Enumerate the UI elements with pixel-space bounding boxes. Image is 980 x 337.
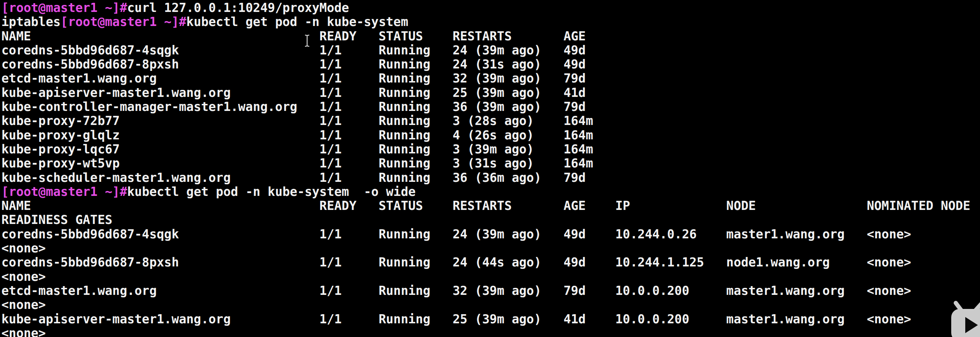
terminal-text-segment: <none> (867, 312, 911, 326)
terminal-text-segment: 36 (36m ago) (452, 171, 563, 184)
terminal-text-segment: Running (379, 312, 453, 326)
terminal-text-segment: 79d (563, 71, 585, 85)
terminal-text-segment: Running (379, 171, 453, 184)
terminal-text-segment: 1/1 (320, 156, 379, 170)
terminal-text-segment: READY (320, 199, 379, 213)
terminal-text-segment: 1/1 (320, 71, 379, 85)
terminal-text-segment: master1.wang.org (726, 284, 867, 298)
terminal-text-segment: Running (379, 227, 453, 241)
terminal-line: etcd-master1.wang.org 1/1 Running 32 (39… (2, 71, 980, 85)
terminal-text-segment: 4 (26s ago) (452, 128, 563, 142)
terminal-text-segment: kubectl get pod -n kube-system (186, 15, 408, 29)
terminal-text-segment: READY (320, 29, 379, 43)
terminal-text-segment: 1/1 (320, 86, 379, 100)
terminal-text-segment: 49d (563, 255, 615, 269)
terminal-text-segment: kube-apiserver-master1.wang.org (2, 86, 320, 100)
terminal-text-segment: 1/1 (320, 114, 379, 128)
terminal-text-segment: Running (379, 100, 453, 114)
terminal-text-segment: <none> (867, 284, 911, 298)
terminal-text-segment: kube-apiserver-master1.wang.org (2, 312, 320, 326)
terminal-screen[interactable]: [root@master1 ~]#curl 127.0.0.1:10249/pr… (0, 0, 980, 337)
terminal-text-segment: 10.244.0.26 (615, 227, 726, 241)
terminal-text-segment: NAME (2, 29, 320, 43)
terminal-text-segment: AGE (563, 29, 585, 43)
terminal-text-segment: kube-proxy-72b77 (2, 114, 320, 128)
terminal-text-segment: READINESS GATES (2, 213, 112, 227)
console-screen: { "terminal": { "colors": { "background"… (0, 0, 980, 337)
terminal-text-segment: etcd-master1.wang.org (2, 284, 320, 298)
terminal-text-segment: etcd-master1.wang.org (2, 71, 320, 85)
terminal-line: coredns-5bbd96d687-4sqgk 1/1 Running 24 … (2, 227, 980, 241)
terminal-text-segment: RESTARTS (452, 29, 563, 43)
terminal-text-segment: kube-scheduler-master1.wang.org (2, 171, 320, 184)
terminal-line: NAME READY STATUS RESTARTS AGE (2, 29, 980, 43)
terminal-text-segment: 41d (563, 312, 615, 326)
terminal-text-segment: NODE (726, 199, 867, 213)
terminal-text-segment: <none> (867, 255, 911, 269)
terminal-line: kube-apiserver-master1.wang.org 1/1 Runn… (2, 312, 980, 326)
terminal-text-segment: 1/1 (320, 100, 379, 114)
terminal-text-segment: kube-controller-manager-master1.wang.org (2, 100, 320, 114)
terminal-text-segment: master1.wang.org (726, 312, 867, 326)
terminal-line: kube-controller-manager-master1.wang.org… (2, 100, 980, 114)
terminal-text-segment: kube-proxy-lqc67 (2, 142, 320, 156)
terminal-text-segment: coredns-5bbd96d687-4sqgk (2, 43, 320, 57)
terminal-text-segment: 1/1 (320, 227, 379, 241)
terminal-text-segment: coredns-5bbd96d687-8pxsh (2, 255, 320, 269)
terminal-text-segment: 1/1 (320, 142, 379, 156)
terminal-text-segment: kubectl get pod -n kube-system -o wide (127, 184, 415, 199)
shell-prompt: [root@master1 ~]# (2, 1, 127, 15)
terminal-text-segment: 79d (563, 284, 615, 298)
terminal-line: kube-proxy-wt5vp 1/1 Running 3 (31s ago)… (2, 156, 980, 170)
terminal-text-segment: Running (379, 71, 453, 85)
terminal-line: <none> (2, 326, 980, 337)
terminal-text-segment: <none> (867, 227, 911, 241)
terminal-line: [root@master1 ~]#kubectl get pod -n kube… (2, 184, 980, 199)
terminal-text-segment: 41d (563, 86, 585, 100)
shell-prompt: [root@master1 ~]# (2, 184, 127, 199)
terminal-text-segment: iptables (2, 15, 61, 29)
terminal-text-segment: 164m (563, 114, 593, 128)
terminal-text-segment: 24 (39m ago) (452, 43, 563, 57)
terminal-text-segment: 24 (31s ago) (452, 57, 563, 71)
terminal-text-segment: 10.0.0.200 (615, 284, 726, 298)
terminal-text-segment: 164m (563, 142, 593, 156)
terminal-line: coredns-5bbd96d687-4sqgk 1/1 Running 24 … (2, 43, 980, 57)
terminal-text-segment: 32 (39m ago) (452, 71, 563, 85)
terminal-text-segment: Running (379, 284, 453, 298)
terminal-text-segment: 1/1 (320, 312, 379, 326)
terminal-text-segment: 10.0.0.200 (615, 312, 726, 326)
terminal-text-segment: 164m (563, 156, 593, 170)
terminal-line: kube-proxy-glqlz 1/1 Running 4 (26s ago)… (2, 128, 980, 142)
terminal-text-segment: 79d (563, 171, 585, 184)
terminal-text-segment: 1/1 (320, 43, 379, 57)
terminal-text-segment: 36 (39m ago) (452, 100, 563, 114)
terminal-line: <none> (2, 298, 980, 312)
terminal-line: kube-proxy-lqc67 1/1 Running 3 (39m ago)… (2, 142, 980, 156)
terminal-text-segment: Running (379, 128, 453, 142)
terminal-text-segment: coredns-5bbd96d687-8pxsh (2, 57, 320, 71)
terminal-text-segment: node1.wang.org (726, 255, 867, 269)
terminal-text-segment: 164m (563, 128, 593, 142)
terminal-text-segment: 1/1 (320, 128, 379, 142)
terminal-text-segment: 1/1 (320, 57, 379, 71)
terminal-text-segment: <none> (2, 241, 46, 255)
terminal-text-segment: 1/1 (320, 171, 379, 184)
terminal-text-segment: <none> (2, 298, 46, 312)
terminal-text-segment: kube-proxy-wt5vp (2, 156, 320, 170)
terminal-text-segment: AGE (563, 199, 615, 213)
shell-prompt: [root@master1 ~]# (61, 15, 186, 29)
terminal-text-segment: <none> (2, 270, 46, 284)
terminal-text-segment: Running (379, 114, 453, 128)
terminal-text-segment: NOMINATED NODE (867, 199, 970, 213)
terminal-text-segment: 49d (563, 227, 615, 241)
terminal-line: coredns-5bbd96d687-8pxsh 1/1 Running 24 … (2, 57, 980, 71)
terminal-text-segment: STATUS (379, 199, 453, 213)
terminal-text-segment: Running (379, 255, 453, 269)
terminal-text-segment: IP (615, 199, 726, 213)
terminal-line: etcd-master1.wang.org 1/1 Running 32 (39… (2, 284, 980, 298)
terminal-text-segment: kube-proxy-glqlz (2, 128, 320, 142)
terminal-text-segment: Running (379, 86, 453, 100)
terminal-text-segment: master1.wang.org (726, 227, 867, 241)
terminal-text-segment: Running (379, 43, 453, 57)
